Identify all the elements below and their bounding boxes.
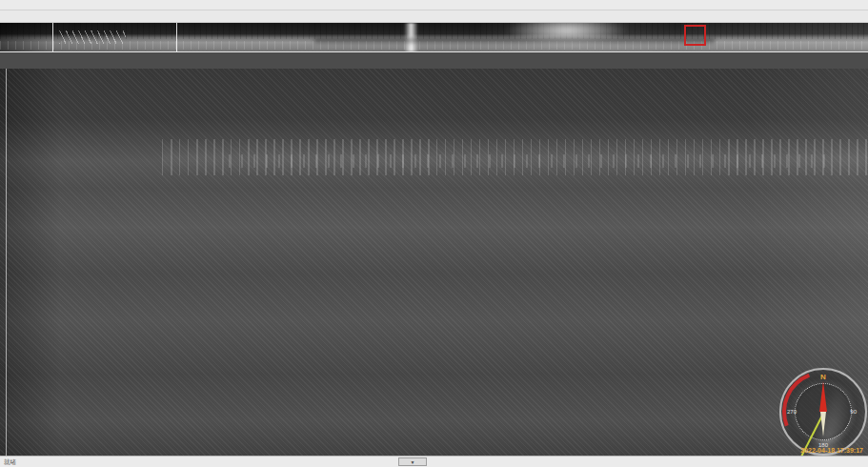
main-thermal-view[interactable]: N 90 180 270 2022-04-18 17:39:17 [0,69,868,456]
compass-needle-south [820,412,826,437]
panorama-fence [59,30,126,44]
status-dropdown[interactable]: ▼ [398,457,427,466]
image-noise [0,69,868,456]
status-ready-label: 就绪 [4,458,16,467]
compass: N 90 180 270 [779,368,867,456]
thermal-surveillance-app: N 90 180 270 2022-04-18 17:39:17 就绪 ▼ [0,0,868,467]
status-bar: 就绪 ▼ [0,456,868,467]
panorama-selection-marker[interactable] [684,25,706,46]
panorama-frame-divider [176,23,177,51]
compass-west-label: 270 [787,409,797,415]
panorama-dark-streak [314,38,715,43]
toolbar [0,10,868,23]
panorama-texture [0,23,868,39]
panorama-frame-divider [52,23,53,51]
azimuth-ruler[interactable] [0,51,868,69]
compass-needle-north [819,381,827,412]
menu-bar [0,0,868,10]
compass-east-label: 90 [850,409,857,415]
panorama-strip[interactable] [0,23,868,51]
compass-north-label: N [820,373,826,381]
panorama-hot-column [404,23,418,51]
timestamp-overlay: 2022-04-18 17:39:17 [800,447,863,454]
elevation-ruler-line [6,69,7,456]
